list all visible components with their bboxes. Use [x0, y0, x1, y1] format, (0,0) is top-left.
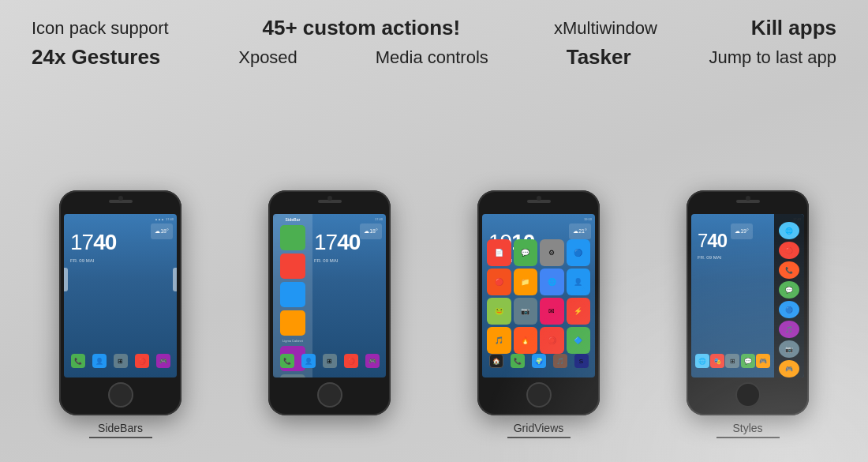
grid-icon-16: 🔷	[567, 327, 591, 354]
weather-widget-4: ☁19°	[731, 223, 753, 239]
sidebar-item-2	[280, 254, 305, 279]
grid-icon-9: 🐸	[487, 298, 511, 325]
screen-date-1: FR. 09 MAI	[70, 258, 94, 263]
phone-frame-1: ▲▲▲ 17:40 1740 FR. 09 MAI ☁18° 📞 👤 ⊞ ⭕	[59, 190, 181, 415]
screen-time-4: 740	[698, 231, 727, 250]
status-battery-1: 17:40	[166, 217, 174, 221]
grid-icon-5: 🔴	[487, 269, 511, 295]
dock-icon-1: 📞	[71, 354, 85, 368]
sidebar-left-1	[64, 268, 68, 291]
label-line-3	[507, 437, 571, 438]
screen-time-2: 1740	[314, 231, 360, 254]
weather-widget-1: ☁18°	[151, 223, 173, 239]
dock2-icon-2: 👤	[301, 354, 316, 368]
dock3-icon-5: S	[574, 354, 589, 368]
sidebar-header-text: SideBar	[273, 217, 312, 222]
phone-screen-1: ▲▲▲ 17:40 1740 FR. 09 MAI ☁18° 📞 👤 ⊞ ⭕	[64, 214, 177, 377]
dock2-icon-3: ⊞	[323, 354, 337, 368]
phone-label-sidebars-open: _	[327, 422, 333, 434]
weather-icon-3: ☁21°	[573, 228, 587, 235]
screen-date-2: FR. 09 MAI	[314, 258, 338, 263]
dock4-icon-1: 🌐	[695, 354, 709, 368]
grid-icon-3: ⚙	[540, 239, 564, 266]
grid-icon-6: 📁	[514, 269, 538, 295]
dock-icon-4: ⭕	[135, 354, 149, 368]
sidebar-item-3	[280, 282, 305, 307]
style-icon-7: 📷	[779, 340, 799, 358]
feature-custom-actions: 45+ custom actions!	[262, 16, 460, 40]
sidebar-right-1	[173, 268, 177, 291]
style-icon-4: 💬	[779, 281, 799, 299]
styles-sidebar: 🌐 🔴 📞 💬 🔵 🎵 📷 🎮	[774, 214, 804, 377]
style-icon-1: 🌐	[779, 222, 799, 239]
style-icon-5: 🔵	[779, 301, 799, 318]
camera-dot-4	[746, 196, 750, 201]
grid-icon-11: ✉	[540, 298, 564, 325]
grid-icon-12: ⚡	[567, 298, 591, 325]
dock2-icon-1: 📞	[280, 354, 294, 368]
grid-icon-13: 🎵	[487, 327, 511, 354]
phone-frame-2: 17:40 SideBar Ligma Cabinet 1740 FR. 09 …	[268, 190, 391, 415]
phone-label-gridviews: GridViews	[514, 422, 564, 434]
grid-icon-2: 💬	[514, 239, 538, 266]
dock4-icon-5: 🎮	[756, 354, 770, 368]
phone-styles: 17:43 🌐 🔴 📞 💬 🔵 🎵 📷 🎮 740 FR. 09 MAI ☁19…	[687, 190, 809, 438]
feature-xposed: Xposed	[238, 47, 297, 68]
screen-time-1: 1740	[70, 231, 116, 254]
grid-icon-1: 📄	[487, 239, 511, 266]
phone-label-styles: Styles	[732, 422, 762, 434]
dock-icon-2: 👤	[92, 354, 107, 368]
phone-screen-4: 17:43 🌐 🔴 📞 💬 🔵 🎵 📷 🎮 740 FR. 09 MAI ☁19…	[691, 214, 804, 377]
sidebar-label-text: Ligma Cabinet	[273, 339, 312, 343]
weather-widget-3: ☁21°	[569, 223, 591, 239]
phone-sidebars-open: 17:40 SideBar Ligma Cabinet 1740 FR. 09 …	[268, 190, 391, 438]
time-display-1: 1740	[70, 230, 116, 254]
dock-icon-5: 🎮	[156, 354, 170, 368]
style-icon-8: 🎮	[779, 360, 799, 377]
screen-date-4: FR. 09 MAI	[698, 255, 721, 260]
phone-frame-4: 17:43 🌐 🔴 📞 💬 🔵 🎵 📷 🎮 740 FR. 09 MAI ☁19…	[687, 190, 809, 415]
sidebar-item-1	[280, 225, 305, 250]
dock4-icon-2: 🎭	[710, 354, 724, 368]
header-row-2: 24x Gestures Xposed Media controls Taske…	[32, 45, 836, 69]
dock3-icon-3: 🌍	[532, 354, 546, 368]
status-battery-2: 17:40	[375, 217, 383, 221]
grid-icon-4: 🔵	[567, 239, 591, 266]
label-line-1	[89, 437, 152, 438]
dock4-icon-3: ⊞	[725, 354, 739, 368]
status-signal-1: ▲▲▲	[155, 217, 164, 221]
bottom-dock-2: 📞 👤 ⊞ ⭕ 🎮	[276, 354, 383, 368]
dock-icon-3: ⊞	[114, 354, 128, 368]
statusbar-3: 19:10	[485, 216, 592, 222]
phone-sidebars: ▲▲▲ 17:40 1740 FR. 09 MAI ☁18° 📞 👤 ⊞ ⭕	[59, 190, 181, 438]
dock3-icon-4: 🎵	[553, 354, 567, 368]
weather-icon-4: ☁19°	[735, 228, 749, 235]
feature-media: Media controls	[376, 47, 488, 68]
feature-icon-pack: Icon pack support	[32, 18, 169, 39]
phone-frame-3: 19:10 1910 FR. 09 MAI ☁21° 📄 💬 ⚙ 🔵 🔴 📁 🌐…	[477, 190, 600, 415]
bottom-dock-4: 🌐 🎭 ⊞ 💬 🎮	[694, 354, 771, 368]
phone-screen-3: 19:10 1910 FR. 09 MAI ☁21° 📄 💬 ⚙ 🔵 🔴 📁 🌐…	[482, 214, 595, 377]
camera-dot-3	[537, 196, 541, 201]
feature-kill-apps: Kill apps	[751, 16, 836, 40]
header-row-1: Icon pack support 45+ custom actions! xM…	[32, 16, 836, 40]
style-icon-3: 📞	[779, 261, 799, 279]
grid-icon-15: ⭕	[540, 327, 564, 354]
style-icon-6: 🎵	[779, 321, 799, 338]
phone-screen-2: 17:40 SideBar Ligma Cabinet 1740 FR. 09 …	[273, 214, 386, 377]
phone-label-sidebars: SideBars	[98, 422, 143, 434]
feature-multiwindow: xMultiwindow	[554, 18, 657, 39]
label-line-4	[716, 437, 780, 438]
sidebar-item-4	[280, 310, 305, 336]
weather-widget-2: ☁18°	[360, 223, 382, 239]
status-battery-3: 19:10	[584, 217, 592, 221]
bottom-dock-3: 🏠 📞 🌍 🎵 S	[485, 354, 592, 368]
label-line-2	[298, 437, 361, 438]
sidebar-panel-open: SideBar Ligma Cabinet	[273, 214, 312, 377]
grid-icon-8: 👤	[567, 269, 591, 295]
weather-icon-1: ☁18°	[155, 228, 169, 235]
dock3-icon-2: 📞	[511, 354, 525, 368]
phones-container: ▲▲▲ 17:40 1740 FR. 09 MAI ☁18° 📞 👤 ⊞ ⭕	[0, 190, 868, 438]
camera-dot-2	[327, 196, 332, 201]
feature-jump: Jump to last app	[709, 47, 836, 68]
